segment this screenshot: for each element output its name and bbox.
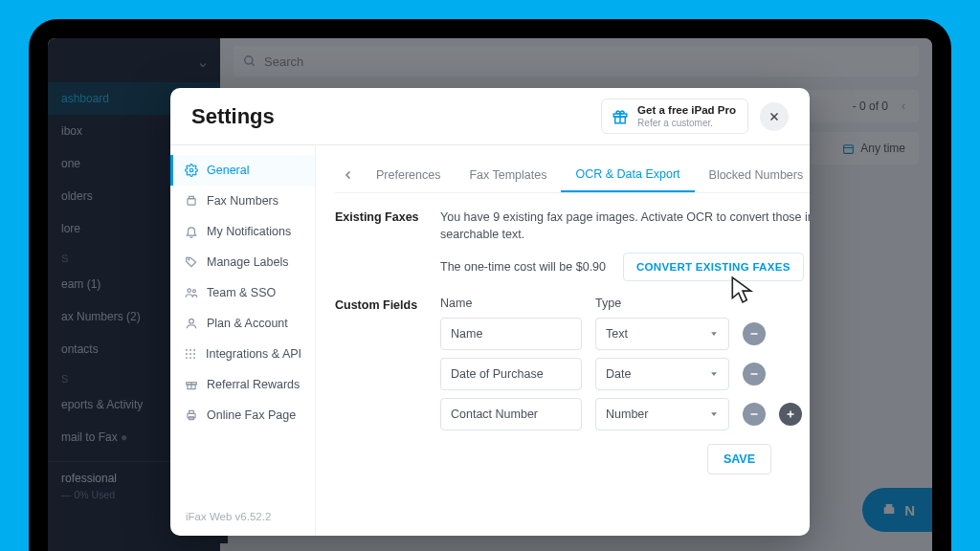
nav-referral[interactable]: Referral Rewards [170, 369, 315, 400]
grid-icon [184, 347, 197, 361]
remove-field-button[interactable] [743, 403, 766, 426]
chevron-left-icon [343, 169, 354, 181]
settings-side-nav: General Fax Numbers My Notifications Man… [170, 145, 316, 536]
svg-point-19 [189, 349, 191, 351]
svg-point-16 [192, 290, 195, 293]
settings-modal: Settings Get a free iPad Pro Refer a cus… [170, 88, 810, 536]
tabs-prev[interactable] [335, 169, 362, 181]
fax-icon [185, 194, 198, 208]
gift-icon [612, 108, 629, 125]
svg-marker-33 [711, 333, 717, 337]
cost-text: The one-time cost will be $0.90 [440, 260, 606, 274]
app-version: iFax Web v6.52.2 [170, 503, 315, 530]
svg-point-18 [186, 349, 188, 351]
nav-integrations[interactable]: Integrations & API [170, 339, 315, 369]
close-button[interactable] [760, 102, 789, 131]
field-name-input[interactable] [440, 398, 582, 430]
minus-icon [748, 408, 760, 420]
tab-preferences[interactable]: Preferences [362, 157, 455, 192]
svg-point-24 [186, 357, 188, 359]
existing-faxes-label: Existing Faxes [335, 209, 427, 281]
referral-promo[interactable]: Get a free iPad Pro Refer a customer. [601, 99, 748, 133]
bell-icon [185, 225, 198, 238]
svg-rect-31 [189, 410, 193, 413]
modal-title: Settings [191, 104, 275, 129]
nav-notifications[interactable]: My Notifications [170, 216, 315, 247]
field-type-select[interactable]: Number [595, 398, 729, 430]
nav-onlinefax[interactable]: Online Fax Page [170, 400, 315, 430]
settings-tabs: Preferences Fax Templates OCR & Data Exp… [335, 157, 810, 193]
minus-icon [748, 328, 760, 340]
tag-icon [185, 255, 198, 269]
remove-field-button[interactable] [743, 363, 766, 386]
svg-point-23 [193, 353, 195, 355]
svg-point-25 [189, 357, 191, 359]
svg-marker-35 [711, 373, 717, 377]
tab-ocr-export[interactable]: OCR & Data Export [561, 157, 694, 192]
people-icon [185, 286, 198, 299]
user-icon [185, 317, 198, 330]
convert-existing-button[interactable]: CONVERT EXISTING FAXES [623, 253, 804, 281]
column-type-header: Type [595, 297, 729, 310]
gift-icon [185, 378, 198, 391]
save-button[interactable]: SAVE [707, 444, 771, 474]
existing-faxes-text: You have 9 existing fax page images. Act… [440, 209, 810, 243]
svg-point-21 [186, 353, 188, 355]
nav-fax-numbers[interactable]: Fax Numbers [170, 186, 315, 216]
svg-point-14 [188, 259, 189, 260]
svg-rect-13 [189, 196, 193, 198]
svg-marker-37 [711, 413, 717, 417]
close-icon [768, 111, 780, 122]
svg-rect-12 [187, 199, 194, 205]
gear-icon [185, 164, 198, 177]
minus-icon [748, 368, 760, 380]
nav-labels[interactable]: Manage Labels [170, 247, 315, 277]
field-type-select[interactable]: Text [595, 318, 729, 350]
svg-point-11 [189, 168, 193, 172]
nav-team[interactable]: Team & SSO [170, 277, 315, 308]
field-row: Number [440, 398, 810, 430]
remove-field-button[interactable] [743, 322, 766, 345]
custom-fields-label: Custom Fields [335, 297, 427, 474]
column-name-header: Name [440, 297, 582, 310]
nav-plan[interactable]: Plan & Account [170, 308, 315, 339]
add-field-button[interactable] [779, 403, 802, 426]
svg-point-22 [189, 353, 191, 355]
caret-down-icon [709, 329, 719, 339]
field-type-select[interactable]: Date [595, 358, 729, 390]
svg-point-15 [187, 289, 190, 293]
printer-icon [185, 408, 198, 422]
field-name-input[interactable] [440, 318, 582, 350]
field-row: Date [440, 358, 810, 390]
caret-down-icon [709, 369, 719, 379]
nav-general[interactable]: General [170, 155, 315, 186]
caret-down-icon [709, 409, 719, 419]
plus-icon [785, 408, 796, 420]
svg-point-17 [189, 319, 193, 323]
svg-point-20 [193, 349, 195, 351]
field-name-input[interactable] [440, 358, 582, 390]
tab-fax-templates[interactable]: Fax Templates [455, 157, 561, 192]
tab-blocked[interactable]: Blocked Numbers [695, 157, 810, 192]
field-row: Text [440, 318, 810, 350]
svg-point-26 [193, 357, 195, 359]
